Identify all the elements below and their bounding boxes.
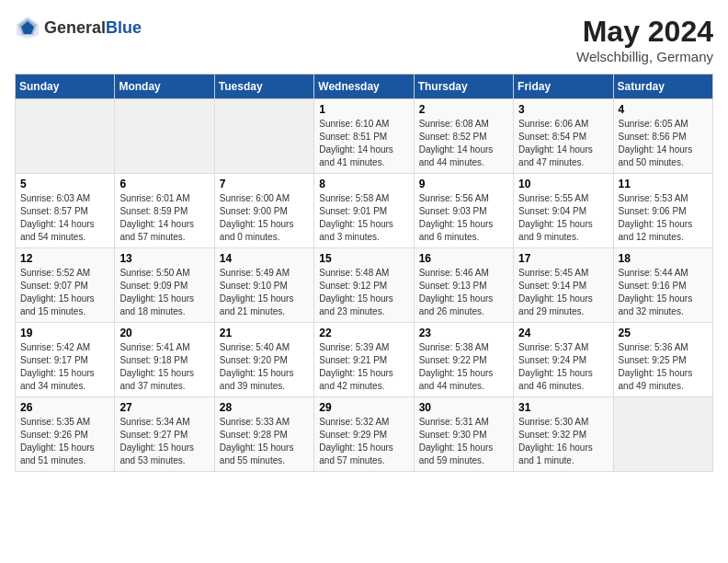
day-number: 10 <box>518 178 608 190</box>
day-info: Sunrise: 5:33 AM Sunset: 9:28 PM Dayligh… <box>220 416 309 467</box>
title-block: May 2024 Welschbillig, Germany <box>576 15 713 64</box>
day-header-sunday: Sunday <box>16 75 115 99</box>
day-info: Sunrise: 5:45 AM Sunset: 9:14 PM Dayligh… <box>518 267 608 318</box>
day-cell: 30Sunrise: 5:31 AM Sunset: 9:30 PM Dayli… <box>414 397 513 472</box>
day-info: Sunrise: 6:03 AM Sunset: 8:57 PM Dayligh… <box>20 192 109 244</box>
day-number: 22 <box>319 327 408 339</box>
day-cell <box>115 99 214 174</box>
page-header: General Blue May 2024 Welschbillig, Germ… <box>15 15 713 64</box>
day-header-friday: Friday <box>514 75 613 99</box>
day-cell: 31Sunrise: 5:30 AM Sunset: 9:32 PM Dayli… <box>514 397 613 472</box>
day-number: 9 <box>419 178 508 190</box>
day-info: Sunrise: 5:50 AM Sunset: 9:09 PM Dayligh… <box>119 267 209 318</box>
day-cell: 22Sunrise: 5:39 AM Sunset: 9:21 PM Dayli… <box>314 323 414 397</box>
day-cell: 18Sunrise: 5:44 AM Sunset: 9:16 PM Dayli… <box>613 248 712 323</box>
day-number: 30 <box>419 401 508 414</box>
day-cell: 1Sunrise: 6:10 AM Sunset: 8:51 PM Daylig… <box>314 99 414 174</box>
day-info: Sunrise: 5:46 AM Sunset: 9:13 PM Dayligh… <box>419 267 508 318</box>
day-number: 23 <box>419 327 508 339</box>
day-cell: 29Sunrise: 5:32 AM Sunset: 9:29 PM Dayli… <box>314 397 414 472</box>
day-cell: 28Sunrise: 5:33 AM Sunset: 9:28 PM Dayli… <box>214 397 313 472</box>
day-header-saturday: Saturday <box>613 75 712 99</box>
day-number: 8 <box>319 178 408 190</box>
day-cell: 27Sunrise: 5:34 AM Sunset: 9:27 PM Dayli… <box>115 397 214 472</box>
day-info: Sunrise: 5:48 AM Sunset: 9:12 PM Dayligh… <box>319 267 408 318</box>
day-number: 12 <box>20 252 109 265</box>
logo-blue: Blue <box>106 18 142 38</box>
day-number: 1 <box>319 103 408 116</box>
day-cell: 9Sunrise: 5:56 AM Sunset: 9:03 PM Daylig… <box>414 174 513 248</box>
day-cell: 6Sunrise: 6:01 AM Sunset: 8:59 PM Daylig… <box>115 174 214 248</box>
day-cell: 5Sunrise: 6:03 AM Sunset: 8:57 PM Daylig… <box>16 174 115 248</box>
day-cell: 8Sunrise: 5:58 AM Sunset: 9:01 PM Daylig… <box>314 174 414 248</box>
day-info: Sunrise: 5:34 AM Sunset: 9:27 PM Dayligh… <box>119 416 209 467</box>
day-cell: 19Sunrise: 5:42 AM Sunset: 9:17 PM Dayli… <box>16 323 115 397</box>
day-cell: 14Sunrise: 5:49 AM Sunset: 9:10 PM Dayli… <box>214 248 313 323</box>
day-number: 21 <box>220 327 309 339</box>
day-cell: 20Sunrise: 5:41 AM Sunset: 9:18 PM Dayli… <box>115 323 214 397</box>
calendar-table: SundayMondayTuesdayWednesdayThursdayFrid… <box>15 74 713 472</box>
day-info: Sunrise: 5:56 AM Sunset: 9:03 PM Dayligh… <box>419 192 508 244</box>
day-header-tuesday: Tuesday <box>214 75 313 99</box>
day-cell: 24Sunrise: 5:37 AM Sunset: 9:24 PM Dayli… <box>514 323 613 397</box>
day-number: 3 <box>518 103 608 116</box>
day-header-wednesday: Wednesday <box>314 75 414 99</box>
day-number: 6 <box>119 178 209 190</box>
day-number: 16 <box>419 252 508 265</box>
day-info: Sunrise: 5:35 AM Sunset: 9:26 PM Dayligh… <box>20 416 109 467</box>
logo-text: General Blue <box>44 18 142 38</box>
location-title: Welschbillig, Germany <box>576 49 713 64</box>
day-info: Sunrise: 6:06 AM Sunset: 8:54 PM Dayligh… <box>518 118 608 169</box>
day-info: Sunrise: 5:55 AM Sunset: 9:04 PM Dayligh… <box>518 192 608 244</box>
day-number: 20 <box>119 327 209 339</box>
day-number: 28 <box>220 401 309 414</box>
day-info: Sunrise: 5:32 AM Sunset: 9:29 PM Dayligh… <box>319 416 408 467</box>
day-cell <box>214 99 313 174</box>
week-row-2: 5Sunrise: 6:03 AM Sunset: 8:57 PM Daylig… <box>16 174 713 248</box>
day-number: 7 <box>220 178 309 190</box>
day-number: 17 <box>518 252 608 265</box>
day-info: Sunrise: 5:52 AM Sunset: 9:07 PM Dayligh… <box>20 267 109 318</box>
days-header-row: SundayMondayTuesdayWednesdayThursdayFrid… <box>16 75 713 99</box>
day-number: 2 <box>419 103 508 116</box>
logo-icon <box>15 15 40 40</box>
day-number: 14 <box>220 252 309 265</box>
week-row-4: 19Sunrise: 5:42 AM Sunset: 9:17 PM Dayli… <box>16 323 713 397</box>
day-cell: 13Sunrise: 5:50 AM Sunset: 9:09 PM Dayli… <box>115 248 214 323</box>
day-info: Sunrise: 6:08 AM Sunset: 8:52 PM Dayligh… <box>419 118 508 169</box>
day-cell: 23Sunrise: 5:38 AM Sunset: 9:22 PM Dayli… <box>414 323 513 397</box>
day-cell: 11Sunrise: 5:53 AM Sunset: 9:06 PM Dayli… <box>613 174 712 248</box>
day-number: 11 <box>619 178 708 190</box>
day-info: Sunrise: 5:30 AM Sunset: 9:32 PM Dayligh… <box>518 416 608 467</box>
day-number: 24 <box>518 327 608 339</box>
day-info: Sunrise: 6:05 AM Sunset: 8:56 PM Dayligh… <box>619 118 708 169</box>
day-cell: 4Sunrise: 6:05 AM Sunset: 8:56 PM Daylig… <box>613 99 712 174</box>
day-cell: 10Sunrise: 5:55 AM Sunset: 9:04 PM Dayli… <box>514 174 613 248</box>
logo-general: General <box>44 18 106 38</box>
day-number: 29 <box>319 401 408 414</box>
day-header-thursday: Thursday <box>414 75 513 99</box>
day-cell: 7Sunrise: 6:00 AM Sunset: 9:00 PM Daylig… <box>214 174 313 248</box>
month-year-title: May 2024 <box>576 15 713 49</box>
day-info: Sunrise: 6:00 AM Sunset: 9:00 PM Dayligh… <box>220 192 309 244</box>
day-number: 4 <box>619 103 708 116</box>
day-info: Sunrise: 5:41 AM Sunset: 9:18 PM Dayligh… <box>119 341 209 393</box>
day-number: 25 <box>619 327 708 339</box>
day-info: Sunrise: 5:42 AM Sunset: 9:17 PM Dayligh… <box>20 341 109 393</box>
day-info: Sunrise: 5:39 AM Sunset: 9:21 PM Dayligh… <box>319 341 408 393</box>
day-cell: 17Sunrise: 5:45 AM Sunset: 9:14 PM Dayli… <box>514 248 613 323</box>
day-info: Sunrise: 5:58 AM Sunset: 9:01 PM Dayligh… <box>319 192 408 244</box>
day-number: 27 <box>119 401 209 414</box>
day-cell: 16Sunrise: 5:46 AM Sunset: 9:13 PM Dayli… <box>414 248 513 323</box>
day-cell: 2Sunrise: 6:08 AM Sunset: 8:52 PM Daylig… <box>414 99 513 174</box>
day-info: Sunrise: 5:31 AM Sunset: 9:30 PM Dayligh… <box>419 416 508 467</box>
day-number: 31 <box>518 401 608 414</box>
day-cell: 12Sunrise: 5:52 AM Sunset: 9:07 PM Dayli… <box>16 248 115 323</box>
logo: General Blue <box>15 15 142 40</box>
day-info: Sunrise: 5:40 AM Sunset: 9:20 PM Dayligh… <box>220 341 309 393</box>
day-info: Sunrise: 5:53 AM Sunset: 9:06 PM Dayligh… <box>619 192 708 244</box>
day-cell: 26Sunrise: 5:35 AM Sunset: 9:26 PM Dayli… <box>16 397 115 472</box>
day-cell: 25Sunrise: 5:36 AM Sunset: 9:25 PM Dayli… <box>613 323 712 397</box>
day-info: Sunrise: 5:36 AM Sunset: 9:25 PM Dayligh… <box>619 341 708 393</box>
day-cell: 3Sunrise: 6:06 AM Sunset: 8:54 PM Daylig… <box>514 99 613 174</box>
